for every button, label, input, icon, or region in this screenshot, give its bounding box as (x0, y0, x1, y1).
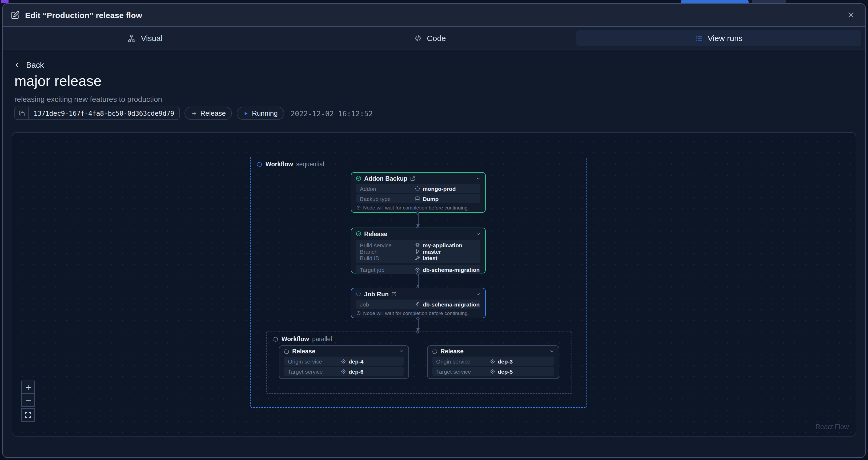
row-label: Addon (360, 185, 415, 192)
zoom-in-button[interactable] (21, 381, 35, 394)
flow-id-box[interactable]: 1371dec9-167f-4fa8-bc50-0d363cde9d79 (14, 107, 179, 120)
row-value: mongo-prod (423, 185, 456, 192)
flow-meta-row: 1371dec9-167f-4fa8-bc50-0d363cde9d79 Rel… (14, 107, 373, 120)
node-job-run[interactable]: Job Run Job db-schema-migration Node wil… (351, 288, 486, 318)
chevron-down-icon[interactable] (475, 291, 481, 297)
row-label: Origin service (288, 358, 340, 364)
node-title: Release (440, 348, 464, 355)
chevron-down-icon[interactable] (549, 349, 555, 354)
clock-icon (356, 311, 361, 316)
type-badge-label: Release (200, 109, 225, 117)
workflow-mode: parallel (312, 336, 332, 342)
tab-code[interactable]: Code (287, 27, 572, 50)
workflow-name: Workflow (281, 336, 309, 342)
node-row: Addon mongo-prod (356, 184, 480, 193)
flow-subtitle: releasing exciting new features to produ… (14, 95, 162, 103)
chevron-down-icon[interactable] (475, 176, 481, 181)
row-value: dep-6 (348, 368, 363, 374)
external-link-icon[interactable] (410, 176, 415, 181)
node-release-left[interactable]: Release Origin service dep-4 Target serv… (279, 346, 409, 379)
canvas-controls (21, 381, 35, 422)
row-value: latest (423, 255, 437, 261)
arrow-left-icon (14, 61, 22, 68)
external-link-icon[interactable] (391, 291, 397, 297)
zoom-out-button[interactable] (21, 393, 35, 407)
tab-visual[interactable]: Visual (3, 27, 287, 50)
close-button[interactable] (844, 8, 857, 21)
flow-content: Back major release releasing exciting ne… (3, 50, 865, 457)
node-row: Origin service dep-4 (284, 357, 404, 366)
edit-icon (11, 10, 20, 20)
plus-icon (24, 384, 32, 391)
spinner-icon (284, 348, 289, 354)
node-title: Job Run (364, 291, 389, 297)
spinner-icon (432, 348, 438, 354)
row-value: dep-4 (348, 358, 363, 364)
database-icon (415, 196, 420, 201)
play-icon (243, 110, 249, 116)
workflow-name: Workflow (266, 161, 293, 167)
row-value: master (423, 249, 441, 255)
node-header: Release (428, 346, 559, 357)
status-badge: Running (237, 107, 284, 120)
view-runs-button[interactable]: View runs (576, 30, 861, 46)
node-row-group: Build service my-application Branch mast… (356, 240, 480, 263)
row-label: Branch (360, 249, 415, 255)
node-header: Addon Backup (351, 173, 485, 184)
row-label: Origin service (436, 358, 490, 364)
puzzle-icon (415, 186, 420, 191)
arrow-right-icon (191, 110, 197, 117)
behind-toolbar-fragment (752, 0, 786, 3)
check-circle-icon (355, 231, 362, 237)
runner-icon (415, 301, 420, 307)
type-badge: Release (184, 107, 232, 120)
flow-title: major release (14, 73, 101, 90)
spinner-icon (355, 291, 362, 297)
target-icon (490, 369, 495, 374)
row-label: Build service (360, 242, 415, 249)
flow-timestamp: 2022-12-02 16:12:52 (290, 109, 373, 118)
workflow-mode: sequential (296, 161, 324, 167)
tab-visual-label: Visual (141, 34, 162, 43)
chevron-down-icon[interactable] (399, 349, 404, 354)
wrench-icon (415, 255, 420, 261)
wait-note: Node will wait for completion before con… (356, 205, 480, 210)
target-icon (340, 369, 346, 374)
row-value: Dump (423, 195, 439, 202)
fit-view-button[interactable] (21, 408, 35, 422)
release-flow-modal: Edit “Production” release flow Visual Co… (2, 3, 866, 458)
back-label: Back (26, 60, 44, 69)
view-runs-label: View runs (708, 34, 742, 43)
list-icon (695, 34, 703, 42)
flow-canvas[interactable]: Workflow sequential Addon Backup Addon m… (12, 132, 856, 436)
node-title: Release (292, 348, 315, 355)
behind-create-button-fragment (681, 0, 749, 3)
node-release-right[interactable]: Release Origin service dep-3 Target serv… (427, 346, 559, 379)
back-link[interactable]: Back (14, 60, 44, 69)
minus-icon (24, 396, 32, 404)
status-badge-label: Running (252, 109, 278, 117)
fit-view-icon (25, 412, 31, 419)
workflow-tree-icon (127, 34, 136, 42)
node-release[interactable]: Release Build service my-application Bra… (351, 228, 486, 273)
row-value: db-schema-migration (423, 301, 480, 307)
modal-header: Edit “Production” release flow (3, 4, 865, 26)
node-addon-backup[interactable]: Addon Backup Addon mongo-prod Backup typ… (351, 172, 486, 213)
workflow-parallel-label: Workflow parallel (273, 336, 332, 342)
row-value: dep-3 (498, 358, 513, 364)
check-circle-icon (355, 175, 362, 181)
chevron-down-icon[interactable] (475, 231, 481, 236)
row-label: Target service (436, 368, 490, 374)
node-row: Job db-schema-migration (356, 300, 480, 308)
target-icon (415, 267, 420, 272)
tab-bar: Visual Code View runs (3, 26, 865, 50)
target-icon (490, 358, 495, 364)
copy-icon[interactable] (15, 107, 29, 120)
node-header: Release (351, 228, 485, 239)
spinner-icon (273, 336, 278, 342)
react-flow-attribution: React Flow (815, 423, 849, 431)
tab-code-label: Code (427, 34, 446, 43)
edge-addon-to-release (418, 213, 419, 228)
row-label: Build ID (360, 255, 415, 261)
wait-note: Node will wait for completion before con… (356, 310, 480, 316)
